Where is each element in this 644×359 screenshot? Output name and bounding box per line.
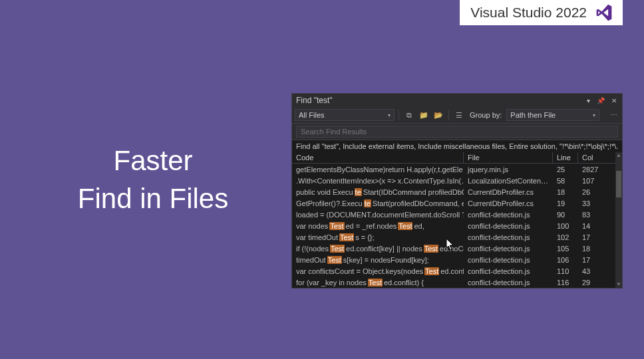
cell-file: conflict-detection.js	[464, 233, 553, 241]
result-row[interactable]: var conflictsCount = Object.keys(nodesTe…	[292, 265, 622, 277]
pin-icon[interactable]: 📌	[595, 97, 606, 104]
chevron-down-icon: ▾	[388, 112, 391, 118]
cell-col: 43	[578, 267, 603, 275]
headline-line2: Find in Files	[60, 180, 246, 218]
cell-code: timedOutTests[key] = nodesFound[key];	[292, 256, 464, 264]
cell-col: 17	[578, 233, 603, 241]
visual-studio-icon	[595, 3, 613, 22]
scroll-down-icon[interactable]: ▼	[615, 281, 622, 288]
find-results-panel: Find "test" ▾ 📌 ✕ All Files ▾ ⧉ 📁 📂 ☰ Gr…	[291, 93, 623, 289]
headline: Faster Find in Files	[60, 142, 246, 217]
separator	[448, 110, 449, 120]
separator	[399, 110, 399, 120]
cell-file: LocalizationSetContentPic…	[464, 177, 553, 185]
cell-file: conflict-detection.js	[464, 245, 553, 253]
cell-col: 107	[578, 177, 603, 185]
col-header-file[interactable]: File	[464, 152, 553, 163]
cell-line: 58	[553, 177, 578, 185]
result-row[interactable]: public void ExecuteStart(IDbCommand prof…	[292, 186, 622, 197]
scroll-thumb[interactable]	[616, 171, 621, 197]
col-header-line[interactable]: Line	[553, 152, 578, 163]
cell-col: 2827	[578, 166, 603, 174]
result-row[interactable]: for (var _key in nodesTested.conflict) {…	[292, 277, 622, 288]
cell-code: for (var _key in nodesTested.conflict) {	[292, 279, 464, 287]
cell-col: 29	[578, 279, 603, 287]
grid-header: Code File Line Col	[292, 152, 622, 164]
panel-titlebar: Find "test" ▾ 📌 ✕	[292, 94, 622, 107]
vs-badge-label: Visual Studio 2022	[470, 5, 587, 21]
cell-col: 83	[578, 211, 603, 219]
col-header-col[interactable]: Col	[578, 152, 603, 163]
folder-open-icon[interactable]: 📂	[432, 109, 444, 121]
close-icon[interactable]: ✕	[610, 97, 618, 104]
result-row[interactable]: GetProfiler()?.ExecuteStart(profiledDbCo…	[292, 197, 622, 209]
groupby-label: Group by:	[468, 111, 504, 119]
cell-code: var timedOutTests = {};	[292, 233, 464, 241]
result-row[interactable]: .With<ContentItemIndex>(x => x.ContentTy…	[292, 175, 622, 186]
search-box	[292, 124, 622, 140]
cell-code: getElementsByClassName)return H.apply(r,…	[292, 166, 464, 174]
scope-label: All Files	[299, 111, 325, 119]
result-row[interactable]: var nodesTested = _ref.nodesTested,confl…	[292, 220, 622, 231]
cell-line: 110	[553, 267, 578, 275]
cell-file: conflict-detection.js	[464, 256, 553, 264]
groupby-dropdown[interactable]: Path then File ▾	[506, 109, 599, 121]
col-header-code[interactable]: Code	[292, 152, 464, 163]
cell-code: loaded = (DOCUMENT.documentElement.doScr…	[292, 211, 464, 219]
cell-file: conflict-detection.js	[464, 222, 553, 230]
search-input[interactable]	[296, 126, 618, 138]
cell-code: var nodesTested = _ref.nodesTested,	[292, 222, 464, 230]
mouse-cursor-icon	[446, 238, 455, 251]
cell-code: GetProfiler()?.ExecuteStart(profiledDbCo…	[292, 199, 464, 207]
cell-code: var conflictsCount = Object.keys(nodesTe…	[292, 267, 464, 275]
result-row[interactable]: getElementsByClassName)return H.apply(r,…	[292, 164, 622, 175]
cell-file: jquery.min.js	[464, 166, 553, 174]
cell-code: if (!(nodesTested.conflict[key] || nodes…	[292, 245, 464, 253]
cell-col: 17	[578, 256, 603, 264]
dropdown-icon[interactable]: ▾	[585, 97, 591, 104]
headline-line1: Faster	[60, 142, 246, 180]
cell-line: 102	[553, 233, 578, 241]
cell-file: conflict-detection.js	[464, 267, 553, 275]
result-row[interactable]: if (!(nodesTested.conflict[key] || nodes…	[292, 243, 622, 254]
results-grid: Code File Line Col getElementsByClassNam…	[292, 152, 622, 288]
chevron-down-icon: ▾	[593, 112, 595, 118]
groupby-value: Path then File	[510, 111, 556, 119]
scroll-up-icon[interactable]: ▲	[615, 152, 622, 159]
cell-code: public void ExecuteStart(IDbCommand prof…	[292, 188, 464, 196]
cell-line: 106	[553, 256, 578, 264]
overflow-icon[interactable]: ⋯	[607, 109, 619, 121]
scope-dropdown[interactable]: All Files ▾	[295, 109, 395, 121]
cell-line: 105	[553, 245, 578, 253]
cell-file: conflict-detection.js	[464, 279, 553, 287]
result-row[interactable]: loaded = (DOCUMENT.documentElement.doScr…	[292, 209, 622, 220]
cell-file: conflict-detection.js	[464, 211, 553, 219]
vs-badge: Visual Studio 2022	[460, 0, 623, 25]
panel-title: Find "test"	[296, 96, 333, 105]
toolbar: All Files ▾ ⧉ 📁 📂 ☰ Group by: Path then …	[292, 107, 622, 124]
cell-line: 90	[553, 211, 578, 219]
cell-col: 26	[578, 188, 603, 196]
cell-col: 14	[578, 222, 603, 230]
cell-line: 25	[553, 166, 578, 174]
cell-file: CurrentDbProfiler.cs	[464, 199, 553, 207]
cell-file: CurrentDbProfiler.cs	[464, 188, 553, 196]
cell-code: .With<ContentItemIndex>(x => x.ContentTy…	[292, 177, 464, 185]
cell-line: 18	[553, 188, 578, 196]
copy-icon[interactable]: ⧉	[403, 109, 415, 121]
scrollbar[interactable]: ▲ ▼	[615, 152, 622, 288]
cell-line: 19	[553, 199, 578, 207]
cell-line: 116	[553, 279, 578, 287]
grid-body: getElementsByClassName)return H.apply(r,…	[292, 164, 622, 288]
result-row[interactable]: var timedOutTests = {};conflict-detectio…	[292, 231, 622, 243]
cell-line: 100	[553, 222, 578, 230]
filter-icon[interactable]: ☰	[453, 109, 465, 121]
folder-icon[interactable]: 📁	[418, 109, 430, 121]
cell-col: 18	[578, 245, 603, 253]
result-row[interactable]: timedOutTests[key] = nodesFound[key];con…	[292, 254, 622, 265]
cell-col: 33	[578, 199, 603, 207]
result-summary: Find all "test", Include external items,…	[292, 140, 622, 152]
